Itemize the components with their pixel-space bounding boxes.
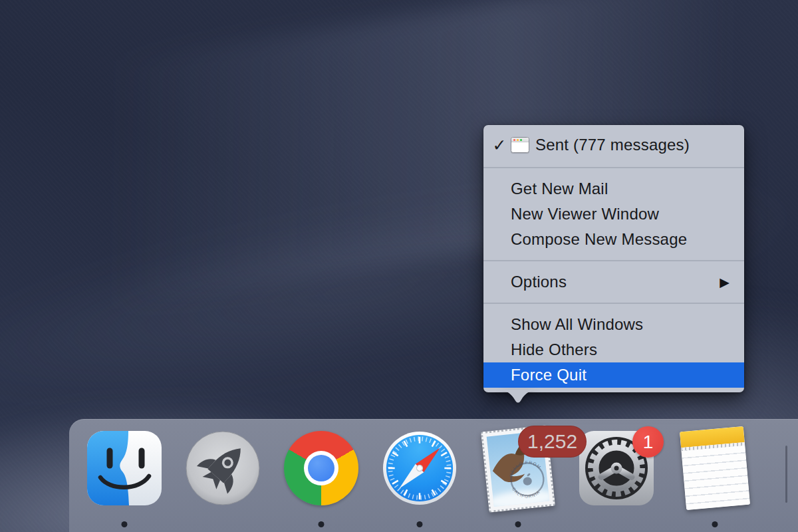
- running-indicator: [515, 521, 521, 527]
- menu-item-compose-new-message[interactable]: Compose New Message: [483, 227, 744, 252]
- running-indicator: [417, 521, 423, 527]
- mail-stamp-icon: HELLO FROM CALIFORNIA 1,252: [481, 431, 555, 505]
- system-preferences-icon: 1: [579, 431, 654, 505]
- menu-item-label: Force Quit: [511, 366, 587, 384]
- safari-icon: [382, 431, 457, 505]
- menu-item-label: Options: [511, 273, 567, 291]
- dock-context-menu: ✓ Sent (777 messages) Get New Mail New V…: [483, 125, 744, 392]
- traffic-light-green: [520, 139, 522, 141]
- traffic-light-red: [513, 139, 515, 141]
- dock-item-finder[interactable]: [87, 431, 162, 505]
- menu-item-show-all-windows[interactable]: Show All Windows: [483, 312, 744, 337]
- dock-item-system-preferences[interactable]: 1: [579, 431, 654, 505]
- dock-item-mail[interactable]: HELLO FROM CALIFORNIA 1,252: [481, 431, 555, 505]
- window-icon-titlebar: [511, 138, 529, 142]
- menu-item-label: New Viewer Window: [511, 205, 659, 223]
- menu-item-label: Hide Others: [511, 340, 597, 359]
- dock-item-chrome[interactable]: [284, 431, 358, 505]
- finder-icon: [87, 431, 162, 505]
- dock-item-notes[interactable]: [678, 431, 752, 505]
- notification-badge: 1,252: [518, 426, 587, 458]
- menu-separator: [483, 167, 744, 168]
- dock: HELLO FROM CALIFORNIA 1,252: [69, 419, 798, 532]
- svg-text:HELLO FROM: HELLO FROM: [506, 458, 543, 477]
- chrome-icon: [284, 431, 358, 505]
- notes-icon: [678, 431, 752, 505]
- menu-separator: [483, 260, 744, 261]
- menu-pointer-tail: [498, 390, 538, 407]
- menu-item-force-quit[interactable]: Force Quit: [483, 362, 744, 388]
- menu-separator: [483, 303, 744, 304]
- checkmark-icon: ✓: [490, 136, 509, 155]
- menu-item-label: Show All Windows: [511, 315, 643, 334]
- menu-item-label: Get New Mail: [511, 180, 608, 198]
- notes-paper: [680, 426, 750, 510]
- dock-item-safari[interactable]: [382, 431, 457, 505]
- menu-item-label: Sent (777 messages): [535, 136, 690, 154]
- svg-text:CALIFORNIA: CALIFORNIA: [511, 484, 541, 501]
- dock-item-launchpad[interactable]: [186, 431, 260, 505]
- chrome-icon-center: [308, 455, 334, 481]
- menu-item-sent[interactable]: ✓ Sent (777 messages): [483, 131, 744, 159]
- traffic-light-yellow: [517, 139, 519, 141]
- menu-item-options[interactable]: Options ▶: [483, 269, 744, 295]
- notification-badge: 1: [632, 426, 664, 458]
- running-indicator: [319, 521, 325, 527]
- running-indicator: [122, 521, 128, 527]
- running-indicator: [712, 521, 718, 527]
- launchpad-icon: [186, 431, 260, 505]
- chrome-icon-ring: [304, 451, 338, 485]
- menu-item-label: Compose New Message: [511, 230, 687, 249]
- notes-ruled-lines: [682, 446, 750, 510]
- menu-item-new-viewer-window[interactable]: New Viewer Window: [483, 201, 744, 227]
- window-icon: [511, 137, 529, 153]
- menu-item-hide-others[interactable]: Hide Others: [483, 337, 744, 362]
- desktop: ✓ Sent (777 messages) Get New Mail New V…: [0, 0, 798, 532]
- submenu-arrow-icon: ▶: [720, 276, 730, 289]
- dock-divider: [785, 446, 787, 503]
- menu-item-get-new-mail[interactable]: Get New Mail: [483, 176, 744, 201]
